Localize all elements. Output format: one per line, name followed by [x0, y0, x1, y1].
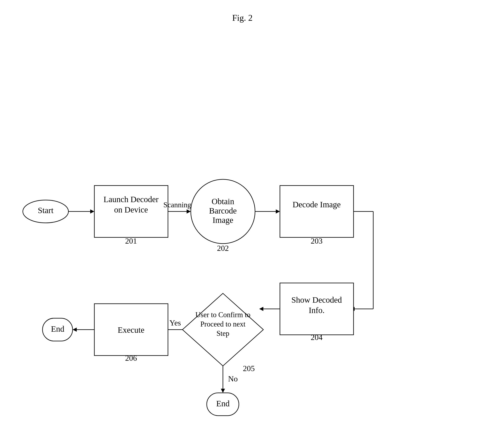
node-202-line3: Image: [212, 216, 233, 225]
node-204-number: 204: [311, 333, 323, 342]
node-204-line1: Show Decoded: [291, 295, 342, 304]
arrowhead-205-no: [221, 389, 225, 393]
arrowhead-202-203: [276, 209, 280, 214]
no-label: No: [228, 374, 238, 383]
node-202-line1: Obtain: [212, 197, 234, 206]
node-203-number: 203: [311, 237, 323, 245]
start-label: Start: [38, 206, 54, 215]
figure-title: Fig. 2: [232, 13, 252, 23]
node-203-rect: [280, 185, 354, 237]
node-202-line2: Barcode: [209, 206, 237, 216]
arrowhead-204-205: [259, 307, 263, 311]
end1-label: End: [51, 324, 64, 334]
node-205-line1: User to Confirm to: [195, 311, 250, 319]
node-203-line1: Decode Image: [292, 200, 341, 209]
node-206-number: 206: [125, 354, 137, 362]
scanning-label: Scanning: [163, 201, 191, 209]
flowchart-diagram: Fig. 2 Start Launch Decoder on Device 20…: [0, 0, 485, 448]
node-202-number: 202: [217, 244, 229, 253]
node-205-number: 205: [243, 364, 255, 373]
arrowhead-206-end1: [73, 328, 77, 332]
node-201-number: 201: [125, 237, 137, 245]
yes-label: Yes: [170, 319, 181, 327]
end2-label: End: [216, 399, 230, 408]
arrowhead-201-202: [187, 209, 191, 214]
arrowhead-start-201: [90, 209, 94, 214]
node-205-line2: Proceed to next: [200, 320, 245, 328]
node-206-label: Execute: [118, 325, 145, 335]
node-204-line2: Info.: [309, 306, 325, 315]
node-205-line3: Step: [217, 329, 229, 337]
node-201-line1: Launch Decoder: [104, 195, 158, 204]
node-201-line2: on Device: [114, 205, 148, 214]
